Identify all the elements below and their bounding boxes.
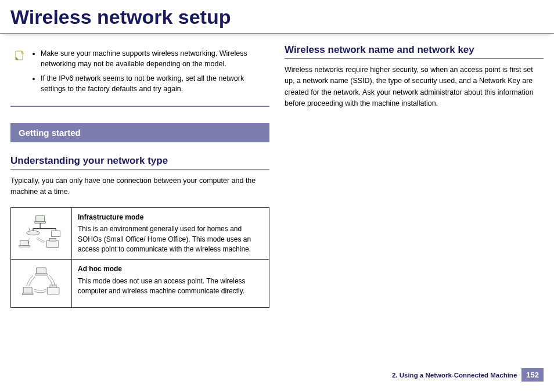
mode-desc: This is an environment generally used fo… bbox=[78, 225, 251, 253]
note-list: Make sure your machine supports wireless… bbox=[31, 49, 266, 99]
mode-title: Ad hoc mode bbox=[78, 264, 263, 274]
svg-rect-18 bbox=[22, 293, 33, 295]
note-item: Make sure your machine supports wireless… bbox=[41, 49, 266, 69]
svg-rect-2 bbox=[36, 215, 45, 221]
svg-rect-13 bbox=[46, 240, 59, 247]
subheading-network-key: Wireless network name and network key bbox=[285, 44, 544, 59]
table-row: Ad hoc mode This mode does not use an ac… bbox=[11, 260, 269, 308]
right-body: Wireless networks require higher securit… bbox=[285, 64, 544, 110]
svg-rect-14 bbox=[49, 238, 56, 241]
intro-text: Typically, you can only have one connect… bbox=[10, 175, 269, 198]
note-item: If the IPv6 network seems to not be work… bbox=[41, 74, 266, 94]
infrastructure-diagram bbox=[11, 207, 72, 260]
mode-table: Infrastructure mode This is an environme… bbox=[10, 207, 269, 308]
page-footer: 2. Using a Network-Connected Machine 152 bbox=[392, 368, 544, 382]
svg-rect-19 bbox=[47, 287, 59, 294]
page-title: Wireless network setup bbox=[0, 0, 554, 34]
content-area: Make sure your machine supports wireless… bbox=[0, 34, 554, 308]
svg-rect-20 bbox=[50, 285, 56, 288]
svg-rect-16 bbox=[35, 274, 48, 276]
table-row: Infrastructure mode This is an environme… bbox=[11, 207, 269, 260]
infrastructure-cell: Infrastructure mode This is an environme… bbox=[72, 207, 269, 260]
svg-rect-15 bbox=[37, 268, 46, 274]
chapter-label: 2. Using a Network-Connected Machine bbox=[392, 372, 517, 379]
svg-line-5 bbox=[29, 228, 30, 231]
svg-rect-3 bbox=[35, 221, 46, 223]
svg-rect-11 bbox=[20, 240, 29, 245]
adhoc-cell: Ad hoc mode This mode does not use an ac… bbox=[72, 260, 269, 308]
svg-rect-10 bbox=[52, 231, 60, 236]
section-heading: Getting started bbox=[10, 123, 269, 142]
note-icon bbox=[14, 50, 26, 62]
svg-point-1 bbox=[16, 59, 17, 60]
mode-title: Infrastructure mode bbox=[78, 213, 263, 222]
note-box: Make sure your machine supports wireless… bbox=[10, 44, 269, 107]
adhoc-diagram bbox=[11, 260, 72, 308]
svg-rect-17 bbox=[23, 287, 32, 293]
right-column: Wireless network name and network key Wi… bbox=[285, 44, 544, 308]
left-column: Make sure your machine supports wireless… bbox=[10, 44, 269, 308]
svg-point-4 bbox=[27, 231, 39, 235]
subheading-network-type: Understanding your network type bbox=[10, 155, 269, 170]
mode-desc: This mode does not use an access point. … bbox=[78, 277, 246, 295]
page-number: 152 bbox=[521, 368, 544, 382]
svg-rect-12 bbox=[19, 246, 30, 247]
